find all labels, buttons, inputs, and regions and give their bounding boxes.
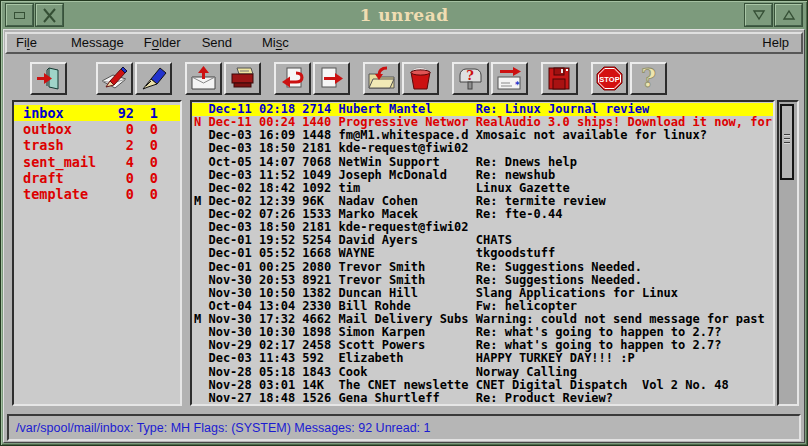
svg-text:*: *: [515, 80, 520, 90]
svg-text:?: ?: [466, 68, 474, 83]
send-queued-button[interactable]: *: [491, 62, 528, 95]
exit-button[interactable]: [30, 62, 67, 95]
edit-pen-button[interactable]: [135, 62, 172, 95]
menu-file[interactable]: File: [16, 34, 37, 52]
folder-row-inbox[interactable]: inbox921: [14, 105, 180, 121]
menubar: FileMessageFolderSendMisc Help: [5, 32, 803, 54]
mailbox-question-icon: ?: [456, 66, 485, 91]
message-row[interactable]: Dec-03 11:52 1049 Joseph McDonald Re: ne…: [194, 169, 773, 182]
message-row[interactable]: Nov-27 18:48 1526 Gena Shurtleff Re: Pro…: [194, 392, 773, 405]
reply-button[interactable]: [274, 62, 311, 95]
message-row[interactable]: Dec-01 00:25 2080 Trevor Smith Re: Sugge…: [194, 261, 773, 274]
check-mail-button[interactable]: ?: [452, 62, 489, 95]
xfmail-window: 1 unread FileMessageFolderSendMisc Help: [0, 0, 808, 446]
titlebar[interactable]: 1 unread: [3, 3, 805, 28]
close-button[interactable]: [36, 4, 63, 26]
window-title: 1 unread: [63, 3, 745, 28]
menubar-right: Help: [762, 34, 801, 52]
stop-sign-icon: STOP: [595, 66, 624, 91]
delete-button[interactable]: [402, 62, 439, 95]
folder-row-trash[interactable]: trash20: [14, 137, 180, 153]
printer-icon: [228, 66, 257, 91]
message-row[interactable]: Oct-05 14:07 7068 NetWin Support Re: Dne…: [194, 156, 773, 169]
close-x-icon: [42, 8, 57, 23]
exit-door-icon: [34, 66, 63, 91]
stop-button[interactable]: STOP: [591, 62, 628, 95]
forward-button[interactable]: [313, 62, 350, 95]
triangle-up-icon: [782, 9, 796, 21]
message-row[interactable]: Dec-02 18:42 1092 tim Linux Gazette: [194, 182, 773, 195]
iconify-icon: [14, 12, 25, 19]
scrollbar-grip-icon: [784, 134, 790, 145]
compose-envelope-pencil-icon: [100, 66, 129, 91]
triangle-down-icon: [752, 9, 766, 21]
scrollbar-thumb[interactable]: [780, 104, 794, 180]
compose-button[interactable]: [96, 62, 133, 95]
message-row[interactable]: Nov-30 20:53 8921 Trevor Smith Re: Sugge…: [194, 274, 773, 287]
message-row[interactable]: Nov-30 10:50 1382 Duncan Hill Slang Appl…: [194, 287, 773, 300]
message-list: Dec-11 02:18 2714 Hubert Mantel Re: Linu…: [190, 100, 775, 406]
menu-help[interactable]: Help: [762, 34, 789, 52]
help-button[interactable]: ?: [630, 62, 667, 95]
message-row[interactable]: Dec-01 05:52 1668 WAYNE tkgoodstuff: [194, 247, 773, 260]
menu-send[interactable]: Send: [202, 34, 232, 52]
menu-message[interactable]: Message: [71, 34, 124, 52]
folder-row-outbox[interactable]: outbox00: [14, 121, 180, 137]
envelope-up-arrow-icon: [189, 66, 218, 91]
floppy-disk-icon: [545, 66, 574, 91]
envelope-send-icon: *: [495, 66, 524, 91]
shade-down-button[interactable]: [745, 4, 772, 26]
statusbar: /var/spool/mail/inbox: Type: MH Flags: (…: [7, 414, 801, 441]
save-button[interactable]: [541, 62, 578, 95]
folder-row-draft[interactable]: draft00: [14, 170, 180, 186]
folder-list: inbox921outbox00trash20sent_mail40draft0…: [12, 100, 182, 406]
folder-arrow-icon: [367, 66, 396, 91]
message-row[interactable]: Nov-28 05:18 1843 Cook Norway Calling: [194, 366, 773, 379]
forward-arrow-icon: [317, 66, 346, 91]
menubar-left: FileMessageFolderSendMisc: [7, 34, 289, 52]
move-to-folder-button[interactable]: [363, 62, 400, 95]
client-area: FileMessageFolderSendMisc Help: [3, 29, 805, 443]
message-list-scrollbar[interactable]: [777, 100, 799, 406]
toolbar: ? *: [5, 56, 803, 100]
menu-folder[interactable]: Folder: [144, 34, 181, 52]
svg-text:?: ?: [641, 66, 656, 91]
shade-up-button[interactable]: [775, 4, 802, 26]
trash-bucket-icon: [406, 66, 435, 91]
question-mark-icon: ?: [634, 66, 663, 91]
status-text: /var/spool/mail/inbox: Type: MH Flags: (…: [16, 421, 431, 435]
print-button[interactable]: [224, 62, 261, 95]
pen-icon: [139, 66, 168, 91]
folder-row-template[interactable]: template00: [14, 186, 180, 202]
menu-misc[interactable]: Misc: [262, 34, 289, 52]
svg-text:STOP: STOP: [599, 74, 619, 83]
receive-mail-button[interactable]: [185, 62, 222, 95]
folder-row-sent_mail[interactable]: sent_mail40: [14, 154, 180, 170]
message-row[interactable]: Nov-28 03:01 14K The CNET newslette CNET…: [194, 379, 773, 392]
message-row[interactable]: Dec-03 18:50 2181 kde-request@fiwi02: [194, 142, 773, 155]
message-row[interactable]: Dec-03 11:43 592 Elizabeth HAPPY TURKEY …: [194, 352, 773, 365]
reply-arrow-icon: [278, 66, 307, 91]
iconify-button[interactable]: [6, 4, 33, 26]
